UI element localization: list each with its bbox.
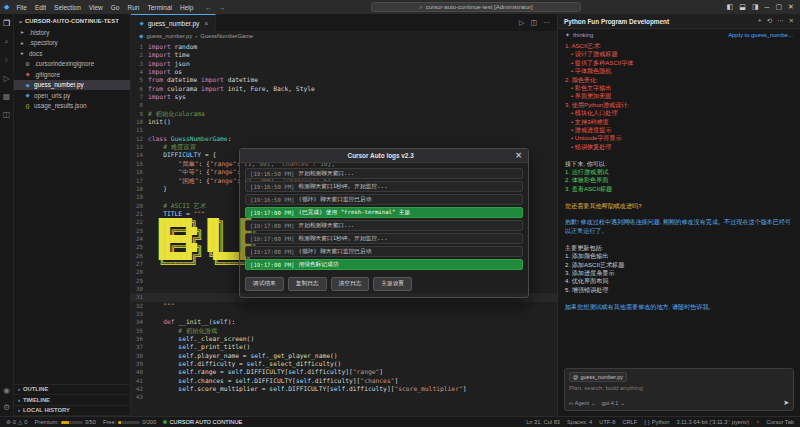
apply-link[interactable]: Apply to guess_numbe...	[728, 32, 793, 38]
cursor-tab-status[interactable]: Cursor Tab	[766, 419, 794, 425]
file-item--cursorindexingignore[interactable]: ⚙.cursorindexingignore	[14, 59, 130, 70]
maximize-icon[interactable]: ▢	[775, 3, 782, 11]
tab-close-icon[interactable]: ×	[204, 20, 208, 27]
account-icon[interactable]: ◉	[3, 386, 10, 395]
context-chip[interactable]: @ guess_number.py	[569, 372, 627, 382]
file-item-guess-number-py[interactable]: ◆guess_number.py	[14, 80, 130, 91]
more-actions-icon[interactable]: ⋯	[543, 19, 550, 27]
log-row[interactable]: [19:16:50 PM]开始检测聊天窗口...	[245, 168, 523, 179]
log-row[interactable]: [19:17:00 PM](循环) 聊天窗口监控已启动	[245, 246, 523, 257]
layout-left-icon[interactable]: ◧	[727, 3, 734, 11]
log-row[interactable]: [19:16:50 PM]检测聊天窗口1秒钟, 开始监控...	[245, 181, 523, 192]
menu-go[interactable]: Go	[107, 4, 124, 11]
command-search[interactable]: ⌕ cursor-auto-continue-test [Administrat…	[371, 2, 581, 12]
eol-sequence[interactable]: CRLF	[622, 419, 637, 425]
language-label: Python	[652, 419, 670, 425]
layout-bottom-icon[interactable]: ⬓	[739, 3, 746, 11]
search-icon: ⌕	[419, 4, 422, 11]
cursor-position[interactable]: Ln 31, Col 83	[526, 419, 560, 425]
sidebar-section-outline[interactable]: ›OUTLINE	[14, 385, 130, 396]
back-icon[interactable]: ←	[205, 4, 212, 11]
log-row[interactable]: [19:16:50 PM](循环) 聊天窗口监控已启动	[245, 194, 523, 205]
file-item-usage-results-json[interactable]: {}usage_results.json	[14, 101, 130, 112]
run-file-icon[interactable]: ▷	[519, 19, 524, 27]
sidebar-section-timeline[interactable]: ›TIMELINE	[14, 395, 130, 406]
split-editor-icon[interactable]: ◫	[530, 19, 537, 27]
notifications-bell-icon[interactable]: ◔	[756, 419, 759, 425]
line-number: 31	[131, 293, 148, 301]
overlay-button-清空日志[interactable]: 清空日志	[331, 277, 370, 291]
chat-input-box[interactable]: @ guess_number.py Plan, search, build an…	[564, 368, 794, 411]
chat-close-icon[interactable]: ✕	[789, 17, 794, 25]
file-item-label: .history	[29, 29, 49, 36]
menu-view[interactable]: View	[85, 4, 107, 11]
overlay-button-主题设置[interactable]: 主题设置	[373, 277, 412, 291]
folder-icon: ▸	[19, 29, 26, 35]
chat-more-icon[interactable]: ⋯	[777, 17, 784, 25]
breadcrumb-symbol[interactable]: GuessNumberGame	[200, 33, 253, 39]
code-line-text: self._print_title()	[148, 343, 557, 351]
file-item--history[interactable]: ▸.history	[14, 27, 130, 38]
overlay-button-复制日志[interactable]: 复制日志	[288, 277, 327, 291]
agent-mode-select[interactable]: ∞ Agent ⌄	[569, 400, 595, 406]
premium-quota[interactable]: Premium: 3/50	[34, 419, 95, 425]
breadcrumb-file[interactable]: guess_number.py	[146, 33, 192, 39]
log-timestamp: [19:16:50 PM]	[250, 184, 295, 190]
encoding[interactable]: UTF-8	[599, 419, 615, 425]
run-debug-icon[interactable]: ▷	[3, 74, 9, 83]
log-row[interactable]: [19:17:00 PM]开始检测聊天窗口...	[245, 220, 523, 231]
auto-continue-toggle[interactable]: CURSOR AUTO CONTINUE	[163, 419, 242, 425]
send-icon[interactable]: ➤	[783, 399, 789, 407]
status-bar: ⊘ 0 △ 0 Premium: 3/50 Free: 0/200 CURSOR…	[0, 416, 800, 427]
layout-right-icon[interactable]: ◨	[752, 3, 759, 11]
file-type-icon: ◆	[24, 82, 31, 88]
file-item--specstory[interactable]: ▸.specstory	[14, 38, 130, 49]
free-quota[interactable]: Free: 0/200	[103, 419, 157, 425]
file-type-icon: {}	[24, 103, 31, 109]
menu-terminal[interactable]: Terminal	[143, 4, 176, 11]
sidebar-section-local-history[interactable]: ›LOCAL HISTORY	[14, 406, 130, 417]
code-line-text: # 初始化colorama	[148, 110, 557, 118]
dialog-titlebar[interactable]: Cursor Auto logs v2.3 ✕	[240, 149, 528, 163]
language-mode[interactable]: { } Python	[644, 419, 669, 425]
code-line: 37 self._print_title()	[131, 343, 557, 351]
new-chat-icon[interactable]: +	[758, 17, 762, 25]
forward-icon[interactable]: →	[218, 4, 225, 11]
thinking-label[interactable]: thinking	[573, 32, 593, 38]
extensions-icon[interactable]: ▦	[3, 92, 11, 101]
source-control-icon[interactable]: ⑂	[4, 56, 9, 65]
menu-file[interactable]: File	[12, 4, 30, 11]
python-interpreter[interactable]: 3.11.3 64-bit ('3.11.3': pyenv)	[676, 419, 748, 425]
breadcrumb[interactable]: ◆ guess_number.py › GuessNumberGame	[131, 31, 557, 41]
file-item-docs[interactable]: ▸docs	[14, 48, 130, 59]
problems-indicator[interactable]: ⊘ 0 △ 0	[6, 419, 27, 425]
overlay-button-调试结果[interactable]: 调试结果	[245, 277, 284, 291]
line-number: 24	[131, 235, 148, 243]
search-sidebar-icon[interactable]: ⌕	[4, 37, 8, 47]
menu-run[interactable]: Run	[123, 4, 143, 11]
chat-header-icons: + ⟲ ⋯ ✕	[758, 17, 794, 25]
project-root-header[interactable]: ⌄ CURSOR-AUTO-CONTINUE-TEST	[14, 14, 130, 27]
menu-edit[interactable]: Edit	[31, 4, 50, 11]
remote-icon[interactable]: ◫	[3, 110, 11, 119]
line-number: 43	[131, 393, 148, 401]
settings-gear-icon[interactable]: ⚙	[3, 403, 10, 412]
file-item-open-urls-py[interactable]: ◆open_urls.py	[14, 90, 130, 101]
chat-input-placeholder[interactable]: Plan, search, build anything	[569, 385, 789, 391]
log-row[interactable]: [19:17:00 PM](已完成) 使用 "fresh-terminal" 主…	[245, 207, 523, 218]
menu-help[interactable]: Help	[176, 4, 197, 11]
file-item-label: .cursorindexingignore	[34, 60, 94, 67]
explorer-icon[interactable]: ❐	[3, 19, 10, 28]
model-select[interactable]: gpt-4.1 ⌄	[601, 400, 624, 406]
chat-line: 1. ASCII艺术:	[565, 42, 793, 50]
tab-guess-number[interactable]: ◆ guess_number.py ×	[131, 14, 216, 31]
log-row[interactable]: [19:17:00 PM]用绿色标记成功	[245, 259, 523, 270]
menu-selection[interactable]: Selection	[50, 4, 85, 11]
close-window-icon[interactable]: ✕	[788, 3, 794, 11]
minimize-icon[interactable]: ─	[765, 4, 770, 11]
chat-history-icon[interactable]: ⟲	[767, 17, 772, 25]
indentation[interactable]: Spaces: 4	[567, 419, 592, 425]
dialog-close-icon[interactable]: ✕	[515, 151, 522, 160]
file-item--gitignore[interactable]: ◈.gitignore	[14, 69, 130, 80]
log-row[interactable]: [19:17:00 PM]检测聊天窗口1秒钟, 开始监控...	[245, 233, 523, 244]
